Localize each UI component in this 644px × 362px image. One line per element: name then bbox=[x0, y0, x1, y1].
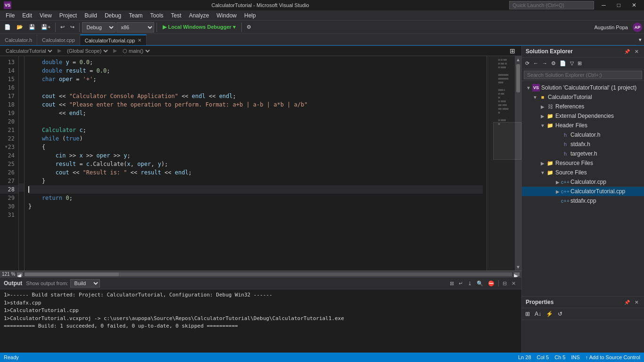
menu-test[interactable]: Test bbox=[167, 11, 185, 20]
run-button[interactable]: ▶ Local Windows Debugger ▾ bbox=[159, 23, 239, 32]
sol-collapse-button[interactable]: ⊞ bbox=[576, 59, 583, 67]
prop-categorized-button[interactable]: ⊞ bbox=[524, 310, 531, 318]
toolbar-misc1[interactable]: ⚙ bbox=[244, 23, 254, 32]
tree-calculator-h[interactable]: ▶ h Calculator.h bbox=[522, 130, 644, 140]
menu-build[interactable]: Build bbox=[81, 11, 101, 20]
tab-calculator-cpp[interactable]: Calculator.cpp bbox=[37, 34, 80, 45]
code-editor-content[interactable]: double y = 0.0; double result = 0.0; cha… bbox=[25, 56, 487, 271]
tree-solution[interactable]: ▼ VS Solution 'CalculatorTutorial' (1 pr… bbox=[522, 83, 644, 92]
prop-reset-button[interactable]: ↺ bbox=[556, 310, 564, 318]
minimize-button[interactable]: ─ bbox=[598, 2, 610, 8]
toolbar-undo[interactable]: ↩ bbox=[58, 23, 67, 32]
sol-pin-icon[interactable]: 📌 bbox=[622, 48, 632, 55]
sol-search-input[interactable] bbox=[524, 71, 642, 79]
indicator-28 bbox=[19, 183, 24, 192]
tree-calculatortutorial-cpp[interactable]: ▶ c++ CalculatorTutorial.cpp bbox=[522, 187, 644, 196]
scroll-up[interactable]: ▲ bbox=[516, 57, 520, 62]
sol-back-button[interactable]: ← bbox=[532, 59, 540, 67]
scroll-left[interactable]: ◀ bbox=[17, 272, 23, 276]
global-scope-select[interactable]: (Global Scope) bbox=[65, 48, 109, 54]
sol-forward-button[interactable]: → bbox=[541, 59, 549, 67]
toolbar-save[interactable]: 💾 bbox=[26, 23, 38, 32]
menu-window[interactable]: Window bbox=[213, 11, 240, 20]
symbol-select[interactable]: ⬡ main() bbox=[121, 48, 151, 54]
project-scope-select[interactable]: CalculatorTutorial bbox=[4, 48, 54, 54]
sol-filter-button[interactable]: ▽ bbox=[569, 59, 575, 67]
menu-project[interactable]: Project bbox=[56, 11, 81, 20]
vertical-scrollbar[interactable]: ▲ ▼ bbox=[515, 56, 521, 271]
close-button[interactable]: ✕ bbox=[628, 2, 640, 8]
output-wrap-button[interactable]: ↵ bbox=[457, 280, 465, 288]
output-scroll-button[interactable]: ⤓ bbox=[466, 280, 474, 288]
prop-pin-icon[interactable]: 📌 bbox=[622, 299, 632, 306]
output-line-2: 1>stdafx.cpp bbox=[4, 299, 518, 307]
tree-targetver-h[interactable]: ▶ h targetver.h bbox=[522, 149, 644, 158]
menu-help[interactable]: Help bbox=[240, 11, 260, 20]
tree-resource-files[interactable]: ▶ 📁 Resource Files bbox=[522, 158, 644, 168]
header-files-expand-icon[interactable]: ▼ bbox=[539, 123, 546, 128]
output-source-select[interactable]: Build Debug bbox=[70, 279, 100, 288]
menu-analyze[interactable]: Analyze bbox=[185, 11, 213, 20]
sol-props-button[interactable]: ⚙ bbox=[550, 59, 557, 67]
external-deps-expand-icon[interactable]: ▶ bbox=[539, 114, 546, 119]
tree-calculator-cpp[interactable]: ▶ c++ Calculator.cpp bbox=[522, 177, 644, 187]
tab-calculator-h[interactable]: Calculator.h bbox=[0, 34, 37, 45]
calctut-expand-icon[interactable]: ▶ bbox=[554, 189, 561, 194]
output-close-button[interactable]: ✕ bbox=[510, 280, 518, 288]
restore-button[interactable]: □ bbox=[613, 2, 624, 8]
calc-cpp-expand-icon[interactable]: ▶ bbox=[554, 180, 561, 185]
sol-show-files-button[interactable]: 📄 bbox=[558, 59, 568, 67]
toolbar-open[interactable]: 📂 bbox=[14, 23, 25, 32]
quick-launch-input[interactable] bbox=[509, 1, 594, 9]
tree-project[interactable]: ▼ ■ CalculatorTutorial bbox=[522, 92, 644, 102]
indicator-21 bbox=[19, 124, 24, 132]
user-avatar[interactable]: AP bbox=[633, 23, 642, 32]
tab-calculatortutorial-cpp[interactable]: CalculatorTutorial.cpp ✕ bbox=[80, 34, 147, 45]
solution-explorer: Solution Explorer 📌 ✕ ⟳ ← → ⚙ 📄 ▽ ⊞ bbox=[522, 46, 644, 296]
project-expand-icon[interactable]: ▼ bbox=[531, 95, 539, 100]
scroll-right[interactable]: ▶ bbox=[514, 272, 520, 276]
tab-close-icon[interactable]: ✕ bbox=[138, 38, 141, 43]
platform-select[interactable]: x86 x64 bbox=[116, 22, 154, 33]
split-editor-button[interactable]: ⊞ bbox=[507, 46, 518, 56]
debug-config-select[interactable]: Debug Release bbox=[82, 22, 116, 33]
references-expand-icon[interactable]: ▶ bbox=[539, 104, 546, 109]
menu-view[interactable]: View bbox=[36, 11, 56, 20]
stdafx-h-label: stdafx.h bbox=[570, 141, 590, 148]
toolbar-save-all[interactable]: 💾+ bbox=[39, 23, 53, 32]
sol-close-icon[interactable]: ✕ bbox=[633, 48, 640, 55]
tree-header-files[interactable]: ▼ 📁 Header Files bbox=[522, 121, 644, 130]
menu-tools[interactable]: Tools bbox=[147, 11, 167, 20]
menu-debug[interactable]: Debug bbox=[101, 11, 125, 20]
output-clear-button[interactable]: ⊠ bbox=[448, 280, 456, 288]
sol-sync-button[interactable]: ⟳ bbox=[524, 59, 531, 67]
toolbar-new[interactable]: 📄 bbox=[2, 23, 13, 32]
menu-file[interactable]: File bbox=[2, 11, 18, 20]
solution-expand-icon[interactable]: ▼ bbox=[525, 85, 532, 90]
output-find-button[interactable]: 🔍 bbox=[475, 280, 485, 288]
status-source-control[interactable]: ↑ Add to Source Control bbox=[586, 354, 640, 360]
tree-stdafx-cpp[interactable]: ▶ c++ stdafx.cpp bbox=[522, 196, 644, 206]
menu-team[interactable]: Team bbox=[125, 11, 146, 20]
tree-references[interactable]: ▶ ⛓ References bbox=[522, 102, 644, 111]
resource-files-expand-icon[interactable]: ▶ bbox=[539, 161, 546, 166]
prop-close-icon[interactable]: ✕ bbox=[633, 299, 640, 306]
tree-stdafx-h[interactable]: ▶ h stdafx.h bbox=[522, 140, 644, 149]
new-tab-button[interactable]: ▾ bbox=[636, 34, 644, 45]
scroll-down[interactable]: ▼ bbox=[516, 264, 520, 270]
scroll-thumb[interactable] bbox=[516, 64, 520, 92]
h-scroll-thumb[interactable] bbox=[25, 272, 119, 276]
tree-source-files[interactable]: ▼ 📁 Source Files bbox=[522, 168, 644, 177]
indicator-13 bbox=[19, 56, 24, 65]
output-dock-button[interactable]: ⊟ bbox=[501, 280, 509, 288]
output-stop-button[interactable]: ⛔ bbox=[486, 280, 496, 288]
prop-alphabetical-button[interactable]: A↓ bbox=[533, 310, 543, 318]
prop-events-button[interactable]: ⚡ bbox=[545, 310, 554, 318]
code-scroll-area[interactable]: 13 14 15 16 17 18 19 20 21 22 ▼23 24 25 … bbox=[0, 56, 521, 271]
line-num-24: 24 bbox=[0, 151, 18, 160]
tree-external-deps[interactable]: ▶ 📁 External Dependencies bbox=[522, 111, 644, 121]
source-files-expand-icon[interactable]: ▼ bbox=[539, 170, 546, 175]
menu-edit[interactable]: Edit bbox=[18, 11, 36, 20]
project-icon: ■ bbox=[539, 93, 546, 101]
toolbar-redo[interactable]: ↪ bbox=[68, 23, 77, 32]
